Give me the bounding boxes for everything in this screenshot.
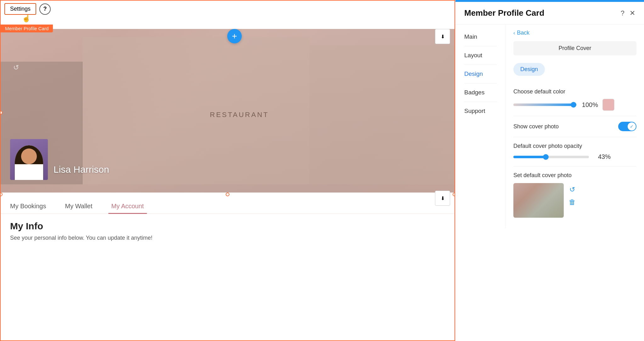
opacity-track[interactable] <box>513 156 589 158</box>
color-label: Choose default color <box>513 88 636 95</box>
my-info-title: My Info <box>10 221 445 232</box>
show-cover-row: Show cover photo ✓ <box>513 116 636 137</box>
nav-item-support[interactable]: Support <box>455 102 506 120</box>
left-panel: Settings ? ☝ Member Profile Card RESTAUR… <box>0 0 455 341</box>
content-area: My Info See your personal info below. Yo… <box>10 221 445 241</box>
color-slider-track[interactable] <box>513 103 576 106</box>
refresh-cover-icon[interactable]: ↺ <box>13 64 19 72</box>
building-center <box>82 37 309 184</box>
nav-item-badges[interactable]: Badges <box>455 83 506 102</box>
download-bottom-button[interactable]: ⬇ <box>435 191 450 206</box>
tab-my-account[interactable]: My Account <box>111 199 144 214</box>
nav-item-main[interactable]: Main <box>455 28 506 46</box>
color-settings-section: Choose default color 100% <box>513 83 636 116</box>
back-label: Back <box>517 30 529 36</box>
add-button[interactable]: + <box>227 29 242 43</box>
cover-thumbnail[interactable] <box>513 183 564 218</box>
cover-delete-button[interactable]: 🗑 <box>569 198 576 206</box>
opacity-thumb[interactable] <box>543 154 549 160</box>
nav-item-layout[interactable]: Layout <box>455 46 506 64</box>
tab-my-bookings[interactable]: My Bookings <box>10 199 46 214</box>
nav-left: Main Layout Design Badges Support <box>455 25 506 228</box>
cover-refresh-button[interactable]: ↺ <box>569 186 576 194</box>
cover-photo-title: Set default cover photo <box>513 172 636 179</box>
download-top-button[interactable]: ⬇ <box>435 29 450 44</box>
panel-close-button[interactable]: ✕ <box>630 9 635 17</box>
opacity-pct-value: 43% <box>593 153 611 160</box>
cover-thumb-inner <box>513 183 564 218</box>
color-slider-thumb[interactable] <box>571 102 576 108</box>
street-background: RESTAURANT Lisa Harrison <box>1 29 455 193</box>
cursor-icon: ☝ <box>22 14 31 23</box>
avatar-face <box>21 148 37 164</box>
download-top-icon: ⬇ <box>441 34 445 40</box>
show-cover-label: Show cover photo <box>513 123 559 130</box>
avatar <box>10 139 48 180</box>
building-right <box>309 45 455 184</box>
cover-thumb-row: ↺ 🗑 <box>513 183 636 218</box>
design-active-tab[interactable]: Design <box>513 63 545 76</box>
back-button[interactable]: ‹ Back <box>513 30 529 36</box>
member-profile-badge: Member Profile Card <box>1 25 53 32</box>
tabs-area: My Bookings My Wallet My Account <box>1 199 455 214</box>
color-slider-row: 100% <box>513 99 636 111</box>
panel-help-button[interactable]: ? <box>621 9 624 17</box>
panel-title: Member Profile Card <box>464 8 544 18</box>
opacity-section: Default cover photo opacity 43% <box>513 143 636 160</box>
restaurant-sign: RESTAURANT <box>210 111 269 119</box>
tab-my-wallet[interactable]: My Wallet <box>65 199 93 214</box>
opacity-row: Default cover photo opacity 43% <box>513 137 636 166</box>
opacity-label: Default cover photo opacity <box>513 143 636 149</box>
back-chevron-icon: ‹ <box>513 30 515 36</box>
nav-item-design[interactable]: Design <box>455 65 506 83</box>
panel-header-icons: ? ✕ <box>621 9 635 17</box>
resize-handle-bottom-left[interactable] <box>0 193 3 196</box>
cover-action-icons: ↺ 🗑 <box>569 186 576 206</box>
opacity-slider-row: 43% <box>513 153 636 160</box>
toolbar: Settings ? <box>1 1 455 17</box>
avatar-person <box>15 145 43 180</box>
right-panel: Member Profile Card ? ✕ Main Layout Desi… <box>455 0 644 341</box>
show-cover-toggle[interactable]: ✓ <box>618 122 636 131</box>
profile-cover-label: Profile Cover <box>513 41 636 55</box>
nav-content: Main Layout Design Badges Support ‹ Back… <box>455 25 644 228</box>
toggle-knob: ✓ <box>628 122 636 131</box>
cover-photo-section: Set default cover photo ↺ 🗑 <box>513 166 636 223</box>
resize-handle-bottom-right[interactable] <box>453 193 455 196</box>
panel-header: Member Profile Card ? ✕ <box>455 2 644 25</box>
design-panel-content: ‹ Back Profile Cover Design Choose defau… <box>506 25 644 228</box>
my-info-subtitle: See your personal info below. You can up… <box>10 235 445 241</box>
help-button[interactable]: ? <box>39 3 51 15</box>
resize-handle-bottom-center[interactable] <box>226 193 229 196</box>
avatar-area: Lisa Harrison <box>10 139 109 180</box>
color-pct-value: 100% <box>581 101 598 109</box>
download-bottom-icon: ⬇ <box>441 195 445 201</box>
user-name: Lisa Harrison <box>54 164 109 180</box>
settings-button[interactable]: Settings <box>4 3 36 15</box>
color-swatch[interactable] <box>602 99 614 111</box>
cover-photo-area: RESTAURANT Lisa Harrison ↺ <box>1 29 455 193</box>
